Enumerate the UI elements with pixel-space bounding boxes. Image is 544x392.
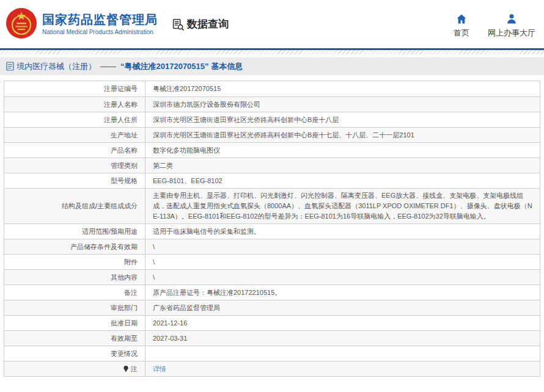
nav-item-service-hall[interactable]: 网上办事大厅 [488,13,535,38]
row-label: 审批部门 [4,300,145,315]
row-label-text: 有效期至 [111,333,138,344]
table-row: 备注原产品注册证号：粤械注准20172210515。 [4,285,540,300]
row-label: 注册人住所 [4,112,145,127]
table-row: 型号规格EEG-8101、EEG-8102 [4,173,540,188]
row-value-text: 广东省药品监督管理局 [153,303,220,313]
table-row: 注详情 [4,361,540,376]
breadcrumb-section: 境内医疗器械（注册） [17,61,96,72]
row-label: 注 [4,361,145,376]
row-label: 其他内容 [4,270,145,285]
row-label-text: 批准日期 [111,318,138,328]
row-label-text: 其他内容 [111,272,138,283]
header-hatch-band [0,50,544,54]
row-value: 粤械注准20172070515 [145,81,540,96]
row-value-text: \ [153,242,155,252]
row-value: 主要由专用主机、显示器、打印机、闪光刺激灯、闪光控制器、隔离变压器、EEG放大器… [145,189,540,223]
table-row: 注册人名称深圳市德力凯医疗设备股份有限公司 [4,96,540,112]
details-link[interactable]: 详情 [153,364,166,374]
row-value [145,346,540,361]
row-label-text: 备注 [124,288,138,298]
row-value: \ [145,255,540,269]
row-label-text: 注册人住所 [104,115,138,125]
row-value: 适用于临床脑电信号的采集和监测。 [145,224,540,239]
row-value-text: 深圳市光明区玉塘街道田寮社区光侨路高科创新中心B座十七层、十八层、二十一层210… [153,130,414,140]
row-label: 产品名称 [4,143,145,158]
table-row: 审批部门广东省药品监督管理局 [4,300,540,315]
row-value-text: \ [153,257,155,267]
row-label: 有效期至 [4,331,145,346]
row-value-text: 2021-12-16 [153,318,187,328]
row-label-text: 审批部门 [111,303,138,313]
table-row: 注册人住所深圳市光明区玉塘街道田寮社区光侨路高科创新中心B座十八层 [4,112,540,127]
home-icon [455,13,468,25]
nav-label-service-hall: 网上办事大厅 [488,27,535,38]
row-label: 生产地址 [4,128,145,142]
row-label-text: 管理类别 [111,161,138,171]
row-value: 广东省药品监督管理局 [145,300,540,315]
row-label-text: 注 [131,364,138,374]
row-label-text: 变更情况 [111,349,138,359]
row-value: 深圳市光明区玉塘街道田寮社区光侨路高科创新中心B座十八层 [145,112,540,127]
data-query-label: 数据查询 [187,17,229,31]
row-value: 深圳市德力凯医疗设备股份有限公司 [145,97,540,112]
table-row: 产品名称数字化多功能脑电图仪 [4,142,540,158]
row-value: \ [145,239,540,254]
row-label-text: 产品名称 [111,145,138,156]
row-value-text: 粤械注准20172070515 [153,84,221,94]
user-icon [505,13,518,25]
row-value-text: 数字化多功能脑电图仪 [153,145,220,156]
row-value-text: EEG-8101、EEG-8102 [153,176,222,186]
header: 国家药品监督管理局 National Medical Products Admi… [0,0,544,50]
row-value: 第二类 [145,158,540,173]
document-icon [6,62,14,71]
row-value: 原产品注册证号：粤械注准20172210515。 [145,285,540,300]
data-query-icon [171,18,185,31]
row-label-text: 生产地址 [111,130,138,140]
table-row: 结构及组成/主要组成成分主要由专用主机、显示器、打印机、闪光刺激灯、闪光控制器、… [4,188,540,223]
agency-name-en: National Medical Products Administration [42,29,158,35]
row-value: 详情 [145,361,540,376]
nav-item-home[interactable]: 首页 [454,13,469,38]
national-emblem-icon [6,8,37,38]
row-label: 备注 [4,285,145,300]
table-row: 管理类别第二类 [4,158,540,173]
top-nav: 首页 网上办事大厅 [454,13,535,38]
row-label: 注册人名称 [4,97,145,112]
row-label: 附件 [4,255,145,269]
table-row: 批准日期2021-12-16 [4,315,540,330]
row-label: 注册证编号 [4,81,145,96]
row-value-text: 深圳市光明区玉塘街道田寮社区光侨路高科创新中心B座十八层 [153,115,339,125]
row-value: 数字化多功能脑电图仪 [145,143,540,158]
row-label: 适用范围/预期用途 [4,224,145,239]
row-value-text: \ [153,272,155,283]
row-label: 批准日期 [4,316,145,330]
row-value: 深圳市光明区玉塘街道田寮社区光侨路高科创新中心B座十七层、十八层、二十一层210… [145,128,540,142]
row-label: 变更情况 [4,346,145,361]
row-label-text: 型号规格 [111,176,138,186]
breadcrumb: 境内医疗器械（注册） —— “粤械注准20172070515” 基本信息 [0,57,544,75]
row-label-text: 注册人名称 [104,100,138,110]
row-value-text: 2027-03-31 [153,333,187,344]
table-row: 适用范围/预期用途适用于临床脑电信号的采集和监测。 [4,223,540,239]
nav-label-home: 首页 [454,27,469,38]
data-query-button[interactable]: 数据查询 [171,17,229,31]
row-value-text: 主要由专用主机、显示器、打印机、闪光刺激灯、闪光控制器、隔离变压器、EEG放大器… [153,191,532,222]
row-label: 产品储存条件及有效期 [4,239,145,254]
table-row: 有效期至2027-03-31 [4,330,540,346]
row-value: 2027-03-31 [145,331,540,346]
row-label-text: 注册证编号 [104,84,138,94]
table-row: 注册证编号粤械注准20172070515 [4,81,540,96]
table-row: 生产地址深圳市光明区玉塘街道田寮社区光侨路高科创新中心B座十七层、十八层、二十一… [4,127,540,142]
row-value-text: 第二类 [153,161,173,171]
row-label: 型号规格 [4,173,145,188]
table-row: 产品储存条件及有效期\ [4,239,540,254]
row-label-text: 附件 [124,257,138,267]
row-value-text: 适用于临床脑电信号的采集和监测。 [153,227,260,237]
table-row: 变更情况 [4,346,540,361]
row-label: 管理类别 [4,158,145,173]
table-row: 附件\ [4,254,540,269]
row-label: 结构及组成/主要组成成分 [4,189,145,223]
row-label-text: 产品储存条件及有效期 [70,242,138,252]
row-label-text: 结构及组成/主要组成成分 [62,201,138,211]
note-icon [123,365,129,372]
